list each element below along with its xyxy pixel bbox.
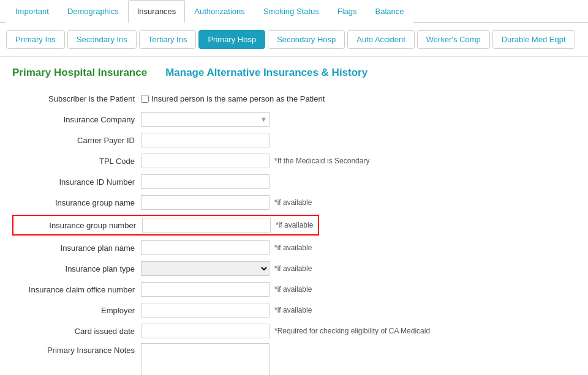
tab-smoking-status[interactable]: Smoking Status (254, 0, 328, 23)
insurance-company-label: Insurance Company (12, 115, 141, 124)
employer-label: Employer (12, 306, 141, 315)
subtab-secondary-hosp[interactable]: Secondary Hosp (268, 30, 345, 49)
insurance-plan-name-row: Insurance plan name *if available (12, 239, 576, 256)
insurance-plan-name-input[interactable] (141, 240, 270, 255)
section-headers: Primary Hospital Insurance Manage Altern… (12, 67, 576, 79)
insurance-group-name-input[interactable] (141, 195, 270, 210)
insurance-claim-office-hint: *if available (274, 285, 312, 294)
insurance-group-number-input[interactable] (142, 218, 271, 232)
tab-demographics[interactable]: Demographics (58, 0, 128, 23)
tab-flags[interactable]: Flags (328, 0, 366, 23)
employer-hint: *if available (274, 306, 312, 314)
tpl-code-input[interactable] (141, 154, 270, 168)
employer-row: Employer *if available (12, 302, 576, 319)
tab-balance[interactable]: Balance (366, 0, 413, 23)
subtab-primary-hosp[interactable]: Primary Hosp (198, 30, 265, 49)
subtab-tertiary-ins[interactable]: Tertiary Ins (139, 30, 197, 49)
insurance-form: Subscriber is the Patient Insured person… (12, 90, 576, 375)
subtab-auto-accident[interactable]: Auto Accident (347, 30, 415, 49)
card-issued-date-row: Card issued date *Required for checking … (12, 322, 576, 340)
carrier-payer-id-input[interactable] (141, 133, 270, 147)
insurance-plan-type-hint: *if available (274, 264, 312, 273)
primary-insurance-notes-row: Primary Insurance Notes (12, 343, 576, 375)
tab-important[interactable]: Important (6, 0, 58, 23)
insurance-id-input[interactable] (141, 174, 270, 189)
insurance-group-name-row: Insurance group name *if available (12, 194, 576, 211)
insurance-plan-type-select[interactable]: HMO PPO EPO POS (141, 261, 270, 276)
insurance-group-name-label: Insurance group name (12, 198, 141, 207)
insurance-company-row: Insurance Company ▼ (12, 111, 576, 128)
card-issued-date-hint: *Required for checking eligibility of CA… (274, 327, 430, 335)
primary-insurance-notes-textarea[interactable] (141, 343, 270, 375)
subscriber-checkbox[interactable] (141, 95, 149, 103)
insurance-group-number-hint: *if available (276, 221, 313, 229)
subtab-primary-ins[interactable]: Primary Ins (6, 30, 65, 49)
tab-insurances[interactable]: Insurances (128, 0, 186, 23)
tab-authorizations[interactable]: Authorizations (185, 0, 254, 23)
primary-insurance-notes-label: Primary Insurance Notes (12, 343, 141, 355)
insurance-group-number-label: Insurance group number (13, 221, 142, 230)
tpl-code-hint: *If the Medicaid is Secondary (274, 157, 369, 165)
card-issued-date-label: Card issued date (12, 327, 141, 336)
insurance-claim-office-label: Insurance claim office number (12, 285, 141, 294)
insurance-id-label: Insurance ID Number (12, 177, 141, 187)
insurance-claim-office-row: Insurance claim office number *if availa… (12, 281, 576, 298)
employer-input[interactable] (141, 303, 270, 317)
insurance-plan-type-row: Insurance plan type HMO PPO EPO POS *if … (12, 260, 576, 277)
tpl-code-row: TPL Code *If the Medicaid is Secondary (12, 152, 576, 169)
section-title-left: Primary Hospital Insurance (12, 67, 147, 79)
tpl-code-label: TPL Code (12, 157, 141, 166)
subscriber-checkbox-label: Insured person is the same person as the… (151, 94, 325, 103)
subtab-durable-med[interactable]: Durable Med Eqpt (492, 30, 575, 49)
carrier-payer-id-row: Carrier Payer ID (12, 132, 576, 149)
insurance-id-row: Insurance ID Number (12, 173, 576, 190)
insurance-company-wrap: ▼ (141, 112, 270, 127)
subscriber-label: Subscriber is the Patient (12, 94, 141, 103)
insurance-group-name-hint: *if available (274, 198, 312, 207)
insurance-claim-office-input[interactable] (141, 282, 270, 297)
main-content: Primary Hospital Insurance Manage Altern… (0, 57, 588, 375)
subtab-secondary-ins[interactable]: Secondary Ins (67, 30, 137, 49)
card-issued-date-input[interactable] (141, 324, 270, 338)
insurance-company-input[interactable] (141, 112, 270, 127)
insurance-plan-name-hint: *if available (274, 243, 312, 252)
subtab-workers-comp[interactable]: Worker's Comp (417, 30, 490, 49)
carrier-payer-id-label: Carrier Payer ID (12, 136, 141, 145)
subscriber-row: Subscriber is the Patient Insured person… (12, 90, 576, 107)
insurance-plan-type-label: Insurance plan type (12, 264, 141, 273)
insurance-plan-name-label: Insurance plan name (12, 243, 141, 253)
section-title-right: Manage Alternative Insurances & History (165, 67, 368, 79)
sub-nav: Primary Ins Secondary Ins Tertiary Ins P… (0, 23, 588, 57)
insurance-group-number-row: Insurance group number *if available (12, 215, 319, 236)
top-nav: Important Demographics Insurances Author… (0, 0, 588, 23)
